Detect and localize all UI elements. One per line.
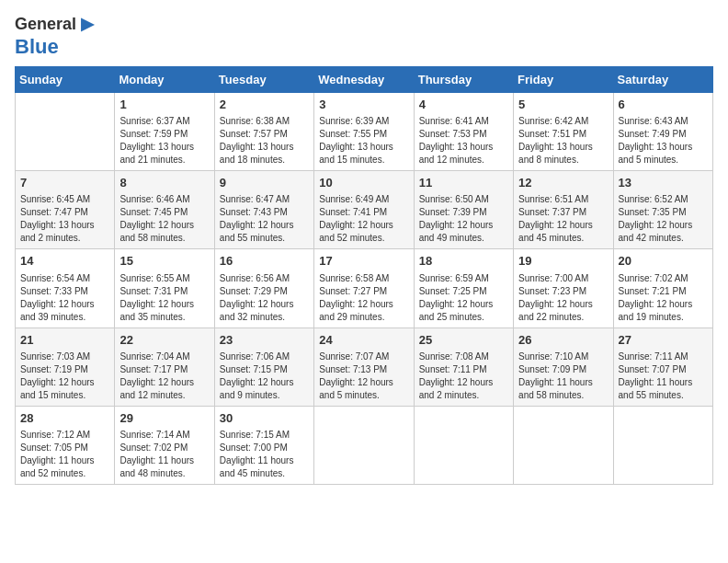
day-info: Sunrise: 6:50 AM Sunset: 7:39 PM Dayligh… (419, 193, 508, 245)
calendar-cell: 29Sunrise: 7:14 AM Sunset: 7:02 PM Dayli… (115, 406, 214, 484)
day-info: Sunrise: 6:51 AM Sunset: 7:37 PM Dayligh… (518, 193, 608, 245)
calendar-week-row: 28Sunrise: 7:12 AM Sunset: 7:05 PM Dayli… (16, 406, 713, 484)
calendar-week-row: 21Sunrise: 7:03 AM Sunset: 7:19 PM Dayli… (16, 327, 713, 406)
calendar-cell (613, 406, 712, 484)
day-number: 13 (619, 175, 708, 191)
day-number: 20 (619, 253, 708, 270)
day-info: Sunrise: 7:15 AM Sunset: 7:00 PM Dayligh… (220, 429, 309, 480)
day-number: 22 (119, 332, 209, 349)
day-number: 21 (20, 332, 109, 349)
day-info: Sunrise: 6:47 AM Sunset: 7:43 PM Dayligh… (220, 193, 309, 245)
day-number: 10 (319, 175, 408, 191)
day-info: Sunrise: 6:39 AM Sunset: 7:55 PM Dayligh… (319, 115, 408, 167)
day-header-friday: Friday (514, 66, 613, 92)
calendar-cell: 4Sunrise: 6:41 AM Sunset: 7:53 PM Daylig… (414, 92, 513, 170)
day-info: Sunrise: 6:38 AM Sunset: 7:57 PM Dayligh… (220, 115, 309, 167)
calendar-cell: 16Sunrise: 6:56 AM Sunset: 7:29 PM Dayli… (214, 249, 313, 327)
day-info: Sunrise: 6:42 AM Sunset: 7:51 PM Dayligh… (518, 115, 608, 167)
calendar-body: 1Sunrise: 6:37 AM Sunset: 7:59 PM Daylig… (16, 92, 713, 484)
calendar-cell: 23Sunrise: 7:06 AM Sunset: 7:15 PM Dayli… (214, 327, 313, 406)
day-number: 15 (119, 253, 209, 270)
calendar-cell: 20Sunrise: 7:02 AM Sunset: 7:21 PM Dayli… (613, 249, 712, 327)
calendar-cell: 19Sunrise: 7:00 AM Sunset: 7:23 PM Dayli… (514, 249, 613, 327)
day-number: 12 (518, 175, 608, 191)
calendar-cell: 14Sunrise: 6:54 AM Sunset: 7:33 PM Dayli… (16, 249, 115, 327)
day-number: 5 (518, 97, 608, 113)
day-info: Sunrise: 7:11 AM Sunset: 7:07 PM Dayligh… (619, 350, 708, 402)
calendar-cell: 27Sunrise: 7:11 AM Sunset: 7:07 PM Dayli… (613, 327, 712, 406)
day-number: 18 (419, 253, 508, 270)
calendar-table: SundayMondayTuesdayWednesdayThursdayFrid… (15, 66, 713, 485)
day-number: 27 (619, 332, 708, 349)
day-info: Sunrise: 6:58 AM Sunset: 7:27 PM Dayligh… (319, 272, 408, 324)
calendar-cell: 18Sunrise: 6:59 AM Sunset: 7:25 PM Dayli… (414, 249, 513, 327)
day-header-monday: Monday (115, 66, 214, 92)
logo: General ▶ Blue (15, 15, 94, 59)
day-header-wednesday: Wednesday (314, 66, 414, 92)
calendar-week-row: 1Sunrise: 6:37 AM Sunset: 7:59 PM Daylig… (16, 92, 713, 170)
day-info: Sunrise: 6:54 AM Sunset: 7:33 PM Dayligh… (20, 272, 109, 324)
day-info: Sunrise: 7:08 AM Sunset: 7:11 PM Dayligh… (419, 350, 508, 402)
day-info: Sunrise: 7:12 AM Sunset: 7:05 PM Dayligh… (20, 429, 109, 480)
calendar-cell (514, 406, 613, 484)
day-info: Sunrise: 7:03 AM Sunset: 7:19 PM Dayligh… (20, 350, 109, 402)
day-info: Sunrise: 6:45 AM Sunset: 7:47 PM Dayligh… (20, 193, 109, 245)
day-header-sunday: Sunday (16, 66, 115, 92)
day-info: Sunrise: 7:00 AM Sunset: 7:23 PM Dayligh… (518, 272, 608, 324)
calendar-cell: 7Sunrise: 6:45 AM Sunset: 7:47 PM Daylig… (16, 171, 115, 249)
calendar-cell: 28Sunrise: 7:12 AM Sunset: 7:05 PM Dayli… (16, 406, 115, 484)
day-number: 29 (119, 410, 209, 427)
calendar-cell: 2Sunrise: 6:38 AM Sunset: 7:57 PM Daylig… (214, 92, 313, 170)
day-header-tuesday: Tuesday (214, 66, 313, 92)
day-number: 11 (419, 175, 508, 191)
calendar-cell: 30Sunrise: 7:15 AM Sunset: 7:00 PM Dayli… (214, 406, 313, 484)
calendar-cell: 22Sunrise: 7:04 AM Sunset: 7:17 PM Dayli… (115, 327, 214, 406)
day-number: 25 (419, 332, 508, 349)
calendar-cell: 8Sunrise: 6:46 AM Sunset: 7:45 PM Daylig… (115, 171, 214, 249)
day-info: Sunrise: 7:07 AM Sunset: 7:13 PM Dayligh… (319, 350, 408, 402)
calendar-cell: 24Sunrise: 7:07 AM Sunset: 7:13 PM Dayli… (314, 327, 414, 406)
day-number: 9 (220, 175, 309, 191)
day-info: Sunrise: 6:59 AM Sunset: 7:25 PM Dayligh… (419, 272, 508, 324)
calendar-cell: 12Sunrise: 6:51 AM Sunset: 7:37 PM Dayli… (514, 171, 613, 249)
day-number: 23 (220, 332, 309, 349)
calendar-cell (16, 92, 115, 170)
day-header-thursday: Thursday (414, 66, 513, 92)
day-info: Sunrise: 6:55 AM Sunset: 7:31 PM Dayligh… (119, 272, 209, 324)
calendar-cell: 25Sunrise: 7:08 AM Sunset: 7:11 PM Dayli… (414, 327, 513, 406)
day-number: 1 (119, 97, 209, 113)
calendar-cell: 3Sunrise: 6:39 AM Sunset: 7:55 PM Daylig… (314, 92, 414, 170)
day-info: Sunrise: 6:43 AM Sunset: 7:49 PM Dayligh… (619, 115, 708, 167)
day-number: 17 (319, 253, 408, 270)
day-number: 28 (20, 410, 109, 427)
calendar-cell (314, 406, 414, 484)
day-info: Sunrise: 6:37 AM Sunset: 7:59 PM Dayligh… (119, 115, 209, 167)
day-info: Sunrise: 7:10 AM Sunset: 7:09 PM Dayligh… (518, 350, 608, 402)
day-number: 6 (619, 97, 708, 113)
calendar-cell: 21Sunrise: 7:03 AM Sunset: 7:19 PM Dayli… (16, 327, 115, 406)
day-number: 3 (319, 97, 408, 113)
day-number: 8 (119, 175, 209, 191)
calendar-cell: 10Sunrise: 6:49 AM Sunset: 7:41 PM Dayli… (314, 171, 414, 249)
day-number: 26 (518, 332, 608, 349)
calendar-cell: 5Sunrise: 6:42 AM Sunset: 7:51 PM Daylig… (514, 92, 613, 170)
calendar-week-row: 7Sunrise: 6:45 AM Sunset: 7:47 PM Daylig… (16, 171, 713, 249)
calendar-cell: 13Sunrise: 6:52 AM Sunset: 7:35 PM Dayli… (613, 171, 712, 249)
day-number: 4 (419, 97, 508, 113)
day-info: Sunrise: 7:06 AM Sunset: 7:15 PM Dayligh… (220, 350, 309, 402)
day-info: Sunrise: 7:02 AM Sunset: 7:21 PM Dayligh… (619, 272, 708, 324)
calendar-cell: 1Sunrise: 6:37 AM Sunset: 7:59 PM Daylig… (115, 92, 214, 170)
day-info: Sunrise: 6:49 AM Sunset: 7:41 PM Dayligh… (319, 193, 408, 245)
calendar-cell: 26Sunrise: 7:10 AM Sunset: 7:09 PM Dayli… (514, 327, 613, 406)
calendar-cell: 15Sunrise: 6:55 AM Sunset: 7:31 PM Dayli… (115, 249, 214, 327)
day-header-saturday: Saturday (613, 66, 712, 92)
day-number: 7 (20, 175, 109, 191)
logo-text: General ▶ Blue (15, 15, 94, 59)
page-header: General ▶ Blue (15, 15, 713, 59)
day-info: Sunrise: 6:41 AM Sunset: 7:53 PM Dayligh… (419, 115, 508, 167)
calendar-header-row: SundayMondayTuesdayWednesdayThursdayFrid… (16, 66, 713, 92)
calendar-week-row: 14Sunrise: 6:54 AM Sunset: 7:33 PM Dayli… (16, 249, 713, 327)
day-info: Sunrise: 6:56 AM Sunset: 7:29 PM Dayligh… (220, 272, 309, 324)
calendar-cell: 11Sunrise: 6:50 AM Sunset: 7:39 PM Dayli… (414, 171, 513, 249)
day-number: 14 (20, 253, 109, 270)
